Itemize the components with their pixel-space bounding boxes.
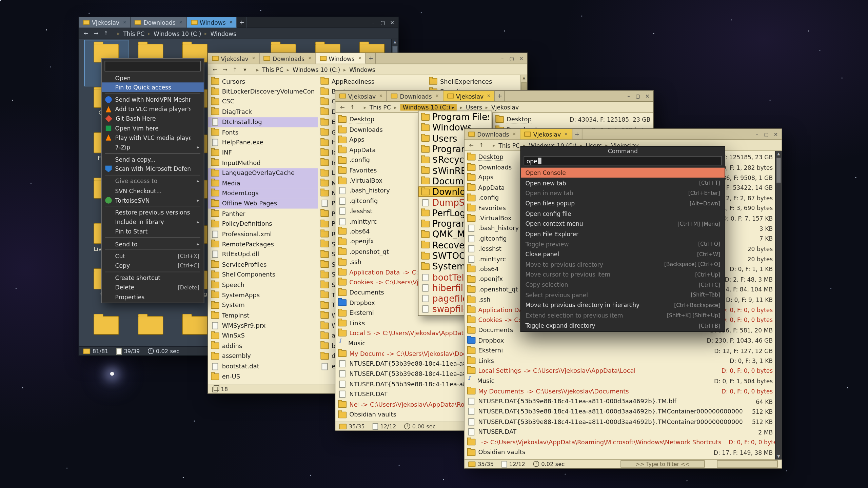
context-menu-item[interactable] (105, 93, 200, 94)
file-row[interactable]: WMSysPr9.prx (208, 321, 318, 331)
context-menu-item[interactable] (105, 61, 201, 72)
dropdown-item[interactable]: Program Files (418, 112, 492, 123)
back-icon[interactable]: ← (82, 29, 90, 37)
forward-icon[interactable]: → (221, 65, 229, 73)
filter-input[interactable]: >> Type to filter << (620, 460, 705, 467)
command-item[interactable]: Open context menu[Ctrl+M] [Menu] (521, 219, 725, 229)
command-item[interactable]: Open Console (521, 168, 725, 178)
file-row[interactable]: HelpPane.exe (208, 137, 318, 147)
context-menu-item[interactable]: 7-Zip (102, 142, 203, 152)
context-menu-item[interactable]: Open (102, 73, 203, 83)
command-item[interactable]: Select previous panel[Shift+Tab] (521, 290, 725, 300)
context-menu-item[interactable]: Add to VLC media player's Playlist (102, 104, 203, 114)
command-item[interactable]: Open new tab[Ctrl+T] (521, 178, 725, 188)
tab-close-icon[interactable] (252, 56, 255, 61)
context-menu-item[interactable]: Scan with Microsoft Defender... (102, 164, 203, 174)
file-row[interactable]: ModemLogs (208, 188, 318, 199)
file-row[interactable]: addins (208, 341, 318, 351)
context-menu-item[interactable]: Pin to Start (102, 227, 203, 236)
caret-down-icon[interactable]: ▾ (241, 65, 249, 73)
scroll-up-icon[interactable]: ▲ (522, 75, 525, 81)
status-input-box[interactable] (717, 460, 778, 467)
minimize-button[interactable]: – (498, 54, 507, 62)
command-item[interactable]: Extend selection to previous item[Shift+… (521, 310, 725, 320)
context-menu-item[interactable]: Open Vim here (102, 123, 203, 133)
tab-close-icon[interactable] (358, 56, 362, 61)
up-icon[interactable]: ↑ (477, 141, 485, 149)
file-row[interactable]: NTUSER.DAT{53b39e88-18c4-11ea-a811-000d3… (465, 407, 776, 417)
minimize-button[interactable]: – (624, 92, 633, 100)
tab-close-icon[interactable] (435, 94, 439, 99)
file-row[interactable]: DesktopD: 43034, F: 125185, 23 GB (493, 115, 653, 125)
breadcrumb-segment[interactable]: Windows 10 (C:) (391, 104, 457, 110)
breadcrumb-segment[interactable]: This PC (360, 104, 391, 110)
file-row[interactable]: WinSxS (208, 331, 318, 341)
command-item[interactable]: Open config file (521, 208, 725, 219)
command-item[interactable]: Move cursor to previous item[Ctrl+Up] (521, 269, 725, 280)
file-row[interactable]: assembly (208, 351, 318, 361)
breadcrumb-segment[interactable]: Windows (201, 30, 236, 37)
context-menu-item[interactable]: Restore previous versions (102, 208, 203, 217)
command-item[interactable]: Open File Explorer (521, 229, 725, 239)
close-button[interactable]: ✕ (388, 18, 397, 26)
breadcrumb-segment[interactable]: Vjekoslav (482, 104, 519, 110)
file-row[interactable]: INF (208, 147, 318, 158)
maximize-button[interactable]: ▢ (633, 92, 643, 100)
file-row[interactable]: Media (208, 178, 318, 188)
file-row[interactable]: PolicyDefinitions (208, 219, 318, 229)
file-row[interactable]: EksterniD: 12, F: 127, 12 GB (465, 345, 776, 355)
tab[interactable]: Downloads (465, 129, 521, 139)
tab-close-icon[interactable] (487, 94, 491, 99)
file-row[interactable]: bootstat.dat (208, 361, 318, 371)
context-menu-item[interactable]: SVN Checkout... (102, 186, 203, 196)
breadcrumb-segment[interactable]: Windows 10 (C:) (283, 66, 340, 73)
file-row[interactable]: InputMethod (208, 158, 318, 168)
back-icon[interactable]: ← (211, 65, 219, 73)
close-button[interactable]: ✕ (771, 130, 781, 138)
command-item[interactable]: Toggle preview[Ctrl+Q] (521, 239, 725, 249)
folder-item[interactable] (85, 312, 128, 346)
file-row[interactable]: SystemApps (208, 290, 318, 300)
file-row[interactable]: DiagTrack (208, 107, 318, 117)
file-row[interactable]: ShellExperiences (426, 76, 515, 86)
file-row[interactable]: AppReadiness (318, 76, 426, 86)
tab[interactable]: Windows (187, 17, 237, 28)
file-row[interactable]: RtlExUpd.dll (208, 249, 318, 260)
vertical-scrollbar[interactable]: ▲ ▼ (775, 151, 782, 459)
tab[interactable]: Vjekoslav (520, 129, 572, 139)
command-item[interactable]: Copy selection[Ctrl+C] (521, 280, 725, 290)
context-menu-item[interactable]: Create shortcut (102, 273, 203, 283)
tab[interactable]: Downloads (260, 53, 316, 64)
scroll-down-icon[interactable]: ▼ (777, 454, 780, 459)
file-row[interactable]: My Documents-> C:\Users\Vjekoslav\Docume… (465, 386, 776, 396)
context-menu-item[interactable]: Give access to (102, 177, 203, 186)
forward-icon[interactable]: → (92, 29, 100, 37)
context-menu-item[interactable]: Play with VLC media player (102, 133, 203, 142)
breadcrumb-segment[interactable]: Windows 10 (C:) (144, 30, 201, 37)
context-menu-item[interactable]: Include in library (102, 217, 203, 227)
file-row[interactable]: Cursors (208, 76, 318, 86)
up-icon[interactable]: ↑ (348, 103, 356, 111)
file-row[interactable]: Speech (208, 280, 318, 290)
context-menu-item[interactable] (105, 271, 200, 272)
minimize-button[interactable]: – (752, 130, 762, 138)
context-menu-item[interactable]: Git Bash Here (102, 114, 203, 123)
file-row[interactable]: NetHood-> C:\Users\Vjekoslav\AppData\Roa… (465, 437, 776, 447)
command-item[interactable]: Move to previous directory in hierarchy[… (521, 300, 725, 310)
file-row[interactable]: LinksD: 0, F: 3, 1 KB (465, 355, 776, 366)
up-icon[interactable]: ↑ (102, 29, 110, 37)
breadcrumb-segment[interactable]: Users (457, 104, 482, 110)
file-row[interactable]: Local Settings-> C:\Users\Vjekoslav\AppD… (465, 366, 776, 376)
tab[interactable]: Windows (316, 53, 366, 64)
back-icon[interactable]: ← (467, 141, 475, 149)
file-row[interactable]: DropboxD: 230, F: 1043, 46 GB (465, 335, 776, 345)
file-row[interactable]: Panther (208, 209, 318, 219)
context-menu-item[interactable] (105, 237, 200, 238)
context-menu-item[interactable]: Delete[Delete] (102, 283, 203, 292)
maximize-button[interactable]: ▢ (762, 130, 771, 138)
maximize-button[interactable]: ▢ (378, 18, 388, 26)
scroll-up-icon[interactable]: ▲ (394, 39, 396, 45)
context-menu-item[interactable]: Send a copy... (102, 155, 203, 164)
tab-close-icon[interactable] (123, 20, 126, 25)
file-row[interactable]: DtcInstall.log (208, 117, 318, 127)
